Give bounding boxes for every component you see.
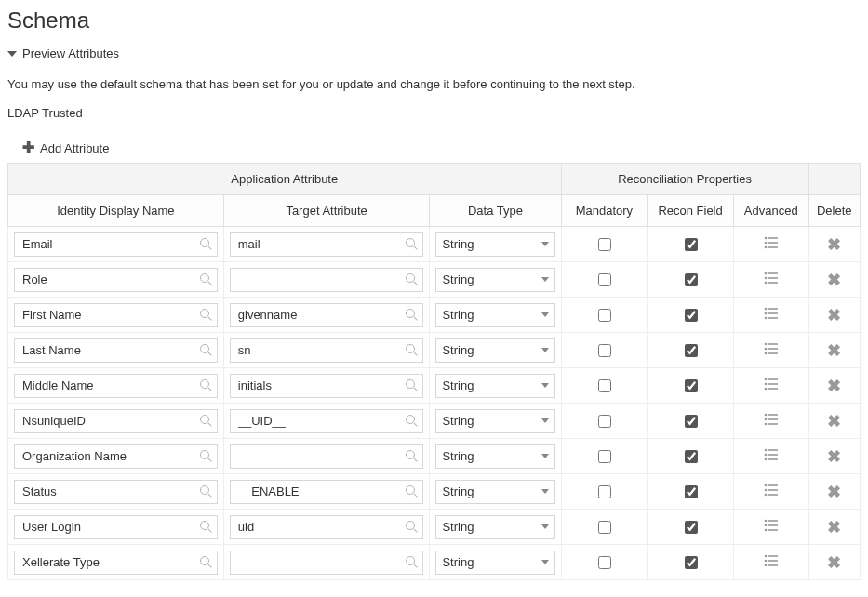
data-type-select[interactable]: String	[435, 409, 554, 433]
delete-row-icon[interactable]: ✖	[827, 483, 841, 501]
delete-row-icon[interactable]: ✖	[827, 341, 841, 360]
identity-display-name-input[interactable]	[14, 409, 218, 433]
target-attribute-input[interactable]	[230, 515, 424, 539]
recon-field-checkbox[interactable]	[685, 415, 698, 428]
identity-display-name-text[interactable]	[20, 342, 194, 358]
target-attribute-input[interactable]	[230, 480, 424, 504]
target-attribute-text[interactable]	[236, 307, 401, 323]
delete-row-icon[interactable]: ✖	[827, 518, 841, 537]
search-icon[interactable]	[200, 485, 213, 498]
target-attribute-input[interactable]	[230, 338, 424, 363]
search-icon[interactable]	[406, 344, 419, 357]
target-attribute-text[interactable]	[236, 272, 401, 287]
search-icon[interactable]	[200, 556, 213, 569]
target-attribute-text[interactable]	[236, 236, 401, 252]
advanced-settings-icon[interactable]	[764, 484, 779, 497]
delete-row-icon[interactable]: ✖	[827, 235, 841, 254]
data-type-select[interactable]: String	[435, 338, 554, 363]
identity-display-name-input[interactable]	[14, 515, 218, 539]
target-attribute-text[interactable]	[236, 413, 401, 429]
target-attribute-input[interactable]	[230, 444, 424, 469]
search-icon[interactable]	[200, 521, 213, 534]
data-type-select[interactable]: String	[435, 303, 554, 327]
delete-row-icon[interactable]: ✖	[827, 447, 841, 466]
target-attribute-text[interactable]	[236, 378, 401, 393]
target-attribute-input[interactable]	[230, 409, 424, 433]
search-icon[interactable]	[406, 485, 419, 498]
advanced-settings-icon[interactable]	[764, 413, 779, 426]
search-icon[interactable]	[406, 521, 419, 534]
search-icon[interactable]	[406, 450, 419, 463]
mandatory-checkbox[interactable]	[598, 309, 611, 322]
identity-display-name-text[interactable]	[20, 236, 194, 252]
recon-field-checkbox[interactable]	[685, 521, 698, 534]
target-attribute-text[interactable]	[236, 484, 401, 499]
search-icon[interactable]	[406, 273, 419, 286]
search-icon[interactable]	[200, 450, 213, 463]
target-attribute-input[interactable]	[230, 374, 424, 398]
mandatory-checkbox[interactable]	[598, 379, 611, 392]
data-type-select[interactable]: String	[435, 515, 554, 539]
preview-attributes-toggle[interactable]: Preview Attributes	[7, 46, 861, 60]
identity-display-name-input[interactable]	[14, 268, 218, 292]
data-type-select[interactable]: String	[435, 551, 554, 575]
mandatory-checkbox[interactable]	[598, 238, 611, 251]
recon-field-checkbox[interactable]	[685, 450, 698, 463]
mandatory-checkbox[interactable]	[598, 344, 611, 357]
mandatory-checkbox[interactable]	[598, 450, 611, 463]
identity-display-name-text[interactable]	[20, 554, 194, 570]
data-type-select[interactable]: String	[435, 268, 554, 292]
recon-field-checkbox[interactable]	[685, 238, 698, 251]
identity-display-name-input[interactable]	[14, 551, 218, 575]
identity-display-name-text[interactable]	[20, 272, 194, 287]
delete-row-icon[interactable]: ✖	[827, 377, 841, 395]
search-icon[interactable]	[200, 238, 213, 251]
search-icon[interactable]	[200, 344, 213, 357]
search-icon[interactable]	[406, 556, 419, 569]
identity-display-name-text[interactable]	[20, 519, 194, 535]
delete-row-icon[interactable]: ✖	[827, 271, 841, 289]
recon-field-checkbox[interactable]	[685, 309, 698, 322]
delete-row-icon[interactable]: ✖	[827, 412, 841, 431]
mandatory-checkbox[interactable]	[598, 556, 611, 569]
search-icon[interactable]	[200, 379, 213, 392]
recon-field-checkbox[interactable]	[685, 379, 698, 392]
identity-display-name-input[interactable]	[14, 374, 218, 398]
advanced-settings-icon[interactable]	[764, 554, 779, 567]
identity-display-name-text[interactable]	[20, 448, 194, 464]
target-attribute-input[interactable]	[230, 232, 424, 257]
search-icon[interactable]	[406, 238, 419, 251]
search-icon[interactable]	[200, 309, 213, 322]
target-attribute-text[interactable]	[236, 448, 401, 464]
recon-field-checkbox[interactable]	[685, 344, 698, 357]
target-attribute-text[interactable]	[236, 554, 401, 570]
data-type-select[interactable]: String	[435, 480, 554, 504]
identity-display-name-text[interactable]	[20, 307, 194, 323]
delete-row-icon[interactable]: ✖	[827, 553, 841, 572]
target-attribute-input[interactable]	[230, 303, 424, 327]
search-icon[interactable]	[406, 379, 419, 392]
mandatory-checkbox[interactable]	[598, 415, 611, 428]
search-icon[interactable]	[406, 309, 419, 322]
data-type-select[interactable]: String	[435, 444, 554, 469]
search-icon[interactable]	[200, 273, 213, 286]
identity-display-name-text[interactable]	[20, 378, 194, 393]
advanced-settings-icon[interactable]	[764, 307, 779, 320]
delete-row-icon[interactable]: ✖	[827, 306, 841, 325]
mandatory-checkbox[interactable]	[598, 273, 611, 286]
identity-display-name-input[interactable]	[14, 480, 218, 504]
search-icon[interactable]	[200, 415, 213, 428]
search-icon[interactable]	[406, 415, 419, 428]
target-attribute-text[interactable]	[236, 342, 401, 358]
data-type-select[interactable]: String	[435, 232, 554, 257]
target-attribute-input[interactable]	[230, 551, 424, 575]
recon-field-checkbox[interactable]	[685, 556, 698, 569]
target-attribute-input[interactable]	[230, 268, 424, 292]
advanced-settings-icon[interactable]	[764, 378, 779, 391]
advanced-settings-icon[interactable]	[764, 448, 779, 461]
advanced-settings-icon[interactable]	[764, 519, 779, 532]
advanced-settings-icon[interactable]	[764, 272, 779, 285]
advanced-settings-icon[interactable]	[764, 342, 779, 355]
add-attribute-button[interactable]: ✚ Add Attribute	[22, 140, 109, 155]
identity-display-name-input[interactable]	[14, 338, 218, 363]
